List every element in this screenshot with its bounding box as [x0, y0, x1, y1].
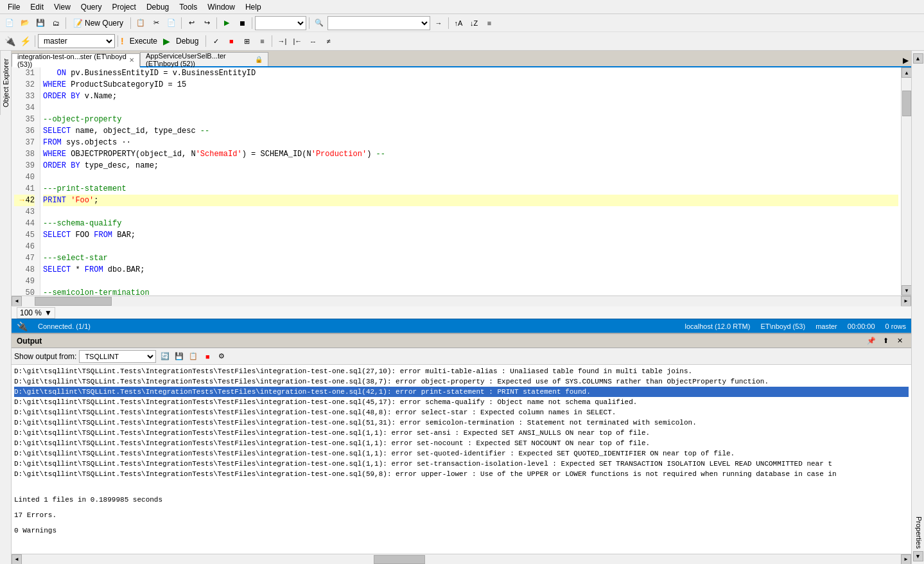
output-line[interactable]: D:\git\tsqllint\TSQLLint.Tests\Integrati… — [14, 397, 909, 407]
new-file-btn[interactable]: 📄 — [3, 16, 17, 30]
zoom-dropdown-icon[interactable]: ▼ — [44, 308, 52, 317]
copy-btn[interactable]: 📋 — [134, 16, 148, 30]
play-icon: ▶ — [163, 36, 170, 46]
scroll-right-btn[interactable]: ► — [901, 296, 911, 306]
tab-integration-test[interactable]: integration-test-on...ster (ET\nboyd (53… — [12, 53, 140, 67]
right-sidebar-top: ▲ — [912, 51, 924, 64]
toolbar2: 🔌 ⚡ master ! Execute ▶ Debug ✓ ■ ⊞ ≡ →| … — [0, 32, 924, 50]
tab-appservice[interactable]: AppServiceUserSelB...ter (ET\nboyd (52))… — [140, 52, 268, 66]
save-all-btn[interactable]: 🗂 — [49, 16, 63, 30]
object-explorer-tab[interactable]: Object Explorer — [0, 51, 11, 115]
menu-debug[interactable]: Debug — [141, 1, 174, 13]
results-text-btn[interactable]: ≡ — [255, 34, 269, 48]
right-scroll-down[interactable]: ▼ — [913, 551, 923, 561]
output-scroll-left[interactable]: ◄ — [12, 554, 22, 565]
stop-query-btn[interactable]: ■ — [224, 34, 238, 48]
output-hscrollbar[interactable]: ◄ ► — [12, 554, 911, 564]
menu-window[interactable]: Window — [202, 1, 240, 13]
menu-file[interactable]: File — [3, 1, 25, 13]
output-scroll-track[interactable] — [22, 554, 901, 565]
new-query-button[interactable]: 📝 New Query — [69, 17, 128, 30]
output-toolbar: Show output from: TSQLLINT 🔄 💾 📋 ■ ⚙ — [12, 348, 911, 365]
sort-asc-btn[interactable]: ↑A — [451, 16, 466, 30]
undo-btn[interactable]: ↩ — [184, 16, 198, 30]
search-dropdown[interactable] — [327, 16, 430, 30]
output-source-dropdown[interactable]: TSQLLINT — [79, 350, 156, 363]
open-btn[interactable]: 📂 — [18, 16, 32, 30]
code-content[interactable]: ON pv.BusinessEntityID = v.BusinessEntit… — [40, 67, 901, 295]
scroll-thumb[interactable] — [902, 91, 911, 116]
tab-label-1: integration-test-on...ster (ET\nboyd (53… — [17, 53, 126, 68]
more-btn[interactable]: ≡ — [482, 16, 496, 30]
output-line[interactable]: D:\git\tsqllint\TSQLLint.Tests\Integrati… — [14, 418, 909, 428]
zoom-control[interactable]: 100 % ▼ — [17, 307, 55, 319]
output-line[interactable]: D:\git\tsqllint\TSQLLint.Tests\Integrati… — [14, 469, 909, 479]
sep6 — [309, 17, 309, 29]
scroll-down-btn[interactable]: ▼ — [902, 285, 911, 295]
output-copy-btn[interactable]: 📋 — [187, 350, 200, 363]
disconnect-btn[interactable]: ⚡ — [18, 34, 32, 48]
output-clear-btn[interactable]: 🔄 — [159, 350, 171, 363]
execute-button[interactable]: Execute — [125, 34, 162, 48]
output-scroll-thumb[interactable] — [374, 555, 425, 564]
menu-project[interactable]: Project — [107, 1, 141, 13]
menu-query[interactable]: Query — [76, 1, 107, 13]
status-right-items: localhost (12.0 RTM) ET\nboyd (53) maste… — [685, 322, 906, 330]
output-header: Output 📌 ⬆ ✕ — [12, 334, 911, 348]
comment-btn[interactable]: -- — [306, 34, 320, 48]
database-dropdown[interactable]: master — [38, 34, 115, 48]
h-scroll-thumb[interactable] — [35, 297, 112, 306]
output-icon-group: 🔄 💾 📋 ■ ⚙ — [159, 350, 228, 363]
output-scroll-right[interactable]: ► — [901, 554, 911, 565]
editor-hscrollbar[interactable]: ◄ ► — [12, 295, 911, 306]
indent-btn[interactable]: →| — [275, 34, 289, 48]
paste-btn[interactable]: 📄 — [164, 16, 179, 30]
tab-label-2: AppServiceUserSelB...ter (ET\nboyd (52)) — [146, 52, 252, 67]
start-debug-btn[interactable]: ▶ — [220, 16, 234, 30]
cut-btn[interactable]: ✂ — [149, 16, 163, 30]
exclamation-icon: ! — [121, 36, 124, 46]
output-save-btn[interactable]: 💾 — [173, 350, 186, 363]
stop-btn[interactable]: ⏹ — [235, 16, 249, 30]
editor-vscrollbar[interactable]: ▲ ▼ — [901, 67, 911, 295]
output-line[interactable]: D:\git\tsqllint\TSQLLint.Tests\Integrati… — [14, 448, 909, 459]
debug-button[interactable]: Debug — [171, 34, 203, 48]
scroll-track[interactable] — [902, 78, 911, 285]
menu-tools[interactable]: Tools — [174, 1, 202, 13]
uncomment-btn[interactable]: ≠ — [321, 34, 335, 48]
output-settings-btn[interactable]: ⚙ — [215, 350, 228, 363]
output-line[interactable]: D:\git\tsqllint\TSQLLint.Tests\Integrati… — [14, 387, 909, 397]
output-close-btn[interactable]: ✕ — [893, 335, 906, 348]
menu-view[interactable]: View — [49, 1, 76, 13]
connect-btn[interactable]: 🔌 — [3, 34, 17, 48]
search-go-btn[interactable]: → — [431, 16, 446, 30]
output-line[interactable]: D:\git\tsqllint\TSQLLint.Tests\Integrati… — [14, 366, 909, 376]
h-scroll-track[interactable] — [22, 296, 901, 306]
properties-tab[interactable]: Properties — [912, 514, 924, 551]
outdent-btn[interactable]: |← — [290, 34, 304, 48]
right-sidebar-spacer — [912, 64, 924, 514]
save-btn[interactable]: 💾 — [33, 16, 48, 30]
right-scroll-up[interactable]: ▲ — [913, 53, 923, 64]
tab-close-1[interactable]: ✕ — [129, 57, 134, 64]
parse-btn[interactable]: ✓ — [209, 34, 223, 48]
output-line[interactable]: D:\git\tsqllint\TSQLLint.Tests\Integrati… — [14, 438, 909, 448]
solution-dropdown[interactable] — [255, 16, 306, 30]
output-line[interactable]: D:\git\tsqllint\TSQLLint.Tests\Integrati… — [14, 428, 909, 438]
output-line[interactable]: D:\git\tsqllint\TSQLLint.Tests\Integrati… — [14, 459, 909, 469]
output-pin-btn[interactable]: 📌 — [865, 335, 878, 348]
scroll-left-btn[interactable]: ◄ — [12, 296, 22, 306]
tab-scroll-right[interactable]: ▶ — [900, 55, 911, 66]
output-stop-btn[interactable]: ■ — [201, 350, 214, 363]
output-line[interactable]: D:\git\tsqllint\TSQLLint.Tests\Integrati… — [14, 407, 909, 418]
find-btn[interactable]: 🔍 — [312, 16, 326, 30]
new-query-icon: 📝 — [73, 19, 83, 28]
results-grid-btn[interactable]: ⊞ — [240, 34, 254, 48]
output-float-btn[interactable]: ⬆ — [879, 335, 892, 348]
menu-edit[interactable]: Edit — [25, 1, 49, 13]
output-line[interactable]: D:\git\tsqllint\TSQLLint.Tests\Integrati… — [14, 376, 909, 387]
sort-desc-btn[interactable]: ↓Z — [467, 16, 481, 30]
menu-help[interactable]: Help — [240, 1, 266, 13]
redo-btn[interactable]: ↪ — [200, 16, 214, 30]
scroll-up-btn[interactable]: ▲ — [902, 67, 911, 78]
